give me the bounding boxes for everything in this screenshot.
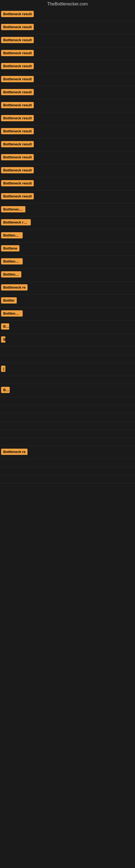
list-item: Bottlenec [0,269,135,282]
bottleneck-result-badge[interactable]: Bottleneck result [1,102,34,108]
list-item [0,413,135,422]
bottleneck-result-badge[interactable]: Bottleneck result [1,76,34,82]
list-item: Bottleneck result [0,47,135,60]
list-item: Bottleneck resu [0,216,135,229]
bottleneck-result-badge[interactable]: Bottleneck result [1,89,34,95]
list-item: Bot [0,384,135,397]
bottleneck-result-badge[interactable]: Bottleneck result [1,63,34,69]
bottleneck-result-badge[interactable]: Bottleneck re [1,284,28,290]
list-item: Bottleneck result [0,125,135,138]
list-item: Bottleneck result [0,112,135,125]
bottleneck-result-badge[interactable]: Bottlenec [1,271,21,278]
bottleneck-result-badge[interactable]: Bottleneck result [1,141,34,147]
list-item [0,475,135,484]
list-item [0,467,135,475]
bottleneck-result-badge[interactable]: Bottleneck result [1,115,34,121]
list-item [0,355,135,363]
list-item: Bottleneck re [0,282,135,294]
list-item: B [0,334,135,347]
bottleneck-result-badge[interactable]: Bottleneck result [1,128,34,134]
list-item: Bottleneck result [0,138,135,151]
bottleneck-result-badge[interactable]: B [1,336,5,343]
list-item: Bottleneck result [0,60,135,73]
bottleneck-result-badge[interactable]: Bottleneck result [1,154,34,160]
bottleneck-result-badge[interactable]: Bottler [1,297,17,304]
bottleneck-result-badge[interactable]: Bottleneck re [1,448,28,455]
list-item: Bottleneck re [0,446,135,459]
bottleneck-result-badge[interactable]: Bottleneck result [1,37,34,43]
bottleneck-result-badge[interactable]: Bottleneck resu [1,219,31,225]
list-item: Bottleneck result [0,8,135,21]
list-item [0,459,135,467]
bottleneck-result-badge[interactable]: Bottlene [1,245,19,251]
list-item: Bo [0,321,135,334]
list-item: Bottleneck result [0,164,135,177]
bottleneck-result-badge[interactable]: Bottleneck [1,258,23,265]
bottleneck-result-badge[interactable]: Bo [1,323,9,330]
bottleneck-result-badge[interactable]: Bottleneck result [1,193,34,199]
list-item: Bottlene [0,243,135,255]
list-item [0,438,135,446]
list-item: Bottleneck [0,308,135,321]
list-item: Bottler [0,294,135,308]
bottleneck-result-badge[interactable]: Bottleneck r [1,206,26,212]
list-item: Bottleneck result [0,86,135,99]
list-item [0,347,135,355]
list-item: Bottleneck result [0,99,135,112]
bottleneck-result-badge[interactable]: Bottleneck result [1,180,34,186]
list-item: Bottleneck result [0,34,135,47]
list-item: Bottleneck result [0,73,135,86]
list-item [0,430,135,438]
list-item [0,405,135,413]
site-title: TheBottlenecker.com [0,0,135,8]
list-item [0,422,135,430]
bottleneck-result-badge[interactable]: Bottleneck result [1,24,34,30]
list-item: Bottleneck result [0,21,135,34]
bottleneck-result-badge[interactable]: Bottleneck result [1,50,34,56]
list-item: Bottleneck result [0,190,135,204]
bottleneck-result-badge[interactable]: | [1,366,5,372]
list-item: Bottleneck r [0,204,135,216]
bottleneck-result-badge[interactable]: Bottleneck result [1,11,34,17]
list-item: Bottleneck result [0,177,135,190]
list-item: Bottleneck result [0,151,135,164]
bottleneck-result-badge[interactable]: Bot [1,387,10,393]
list-item: Bottleneck [0,229,135,243]
list-item: | [0,363,135,376]
list-item [0,376,135,384]
bottleneck-result-badge[interactable]: Bottleneck [1,232,23,239]
bottleneck-result-badge[interactable]: Bottleneck result [1,167,34,173]
bottleneck-result-badge[interactable]: Bottleneck [1,310,23,316]
list-item [0,397,135,405]
list-item: Bottleneck [0,255,135,269]
